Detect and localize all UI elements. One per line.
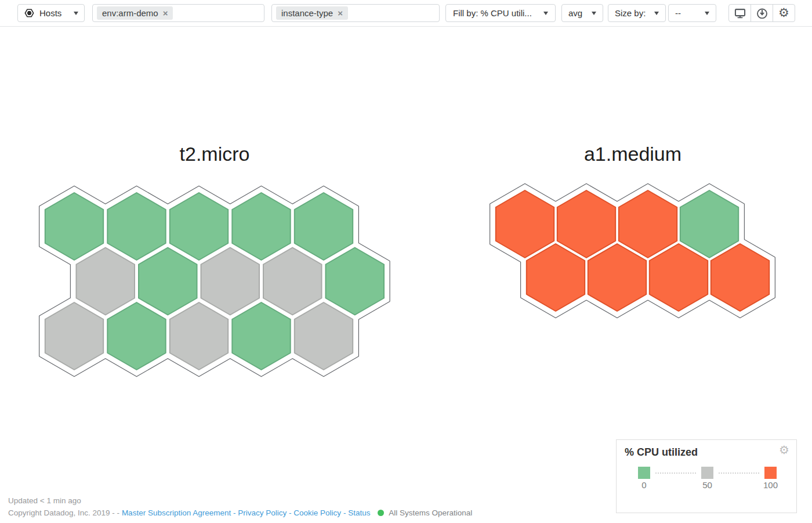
size-by-select[interactable]: Size by: [608, 4, 666, 22]
legend-dotted-connector [719, 472, 759, 474]
gear-icon[interactable]: ⚙ [779, 444, 789, 456]
filter-chip-label: env:arm-demo [102, 8, 158, 18]
size-by-value-select[interactable]: -- [668, 4, 716, 22]
updated-status: Updated < 1 min ago [8, 496, 81, 505]
legend-tick: 0 [626, 480, 662, 490]
hosts-label: Hosts [39, 8, 61, 18]
status-text: All Systems Operational [389, 508, 472, 517]
download-icon [756, 7, 768, 20]
status-ok-icon [378, 510, 384, 516]
chevron-down-icon [592, 12, 596, 15]
top-toolbar: Hosts env:arm-demo × instance-type × Fil… [0, 0, 812, 27]
link-separator: - [233, 508, 236, 517]
download-button[interactable] [751, 5, 773, 21]
legend-tick: 100 [753, 480, 788, 490]
aggregation-select[interactable]: avg [561, 4, 603, 22]
view-actions-group: ⚙ [728, 4, 795, 22]
legend-tick: 50 [690, 480, 725, 490]
filter-input-instance-type[interactable]: instance-type × [271, 4, 440, 22]
filter-chip-instance-type[interactable]: instance-type × [276, 6, 348, 20]
hosts-dropdown[interactable]: Hosts [17, 4, 85, 22]
filter-chip-env[interactable]: env:arm-demo × [97, 6, 173, 20]
link-status[interactable]: Status [348, 508, 370, 517]
legend-dotted-connector [655, 472, 696, 474]
legend-title: % CPU utilized [625, 446, 698, 459]
fullscreen-button[interactable] [729, 5, 751, 21]
hostmap-page: Hosts env:arm-demo × instance-type × Fil… [0, 0, 812, 523]
chevron-down-icon [654, 12, 659, 15]
remove-filter-icon[interactable]: × [338, 9, 343, 17]
fill-by-select[interactable]: Fill by: % CPU utili... [445, 4, 556, 22]
chevron-down-icon [705, 12, 709, 15]
hexagon-icon [24, 8, 35, 19]
legend-swatch-mid [701, 467, 713, 479]
aggregation-label: avg [568, 8, 582, 18]
footer-bar: Copyright Datadog, Inc. 2019 - - Master … [8, 508, 472, 517]
size-by-value: -- [675, 8, 681, 18]
legend-swatch-low [638, 467, 650, 479]
settings-button[interactable]: ⚙ [773, 5, 795, 21]
legend-card: % CPU utilized ⚙ 0 50 100 [616, 439, 797, 513]
link-privacy-policy[interactable]: Privacy Policy [238, 508, 287, 517]
monitor-icon [734, 7, 746, 20]
size-by-label: Size by: [615, 8, 646, 18]
filter-chip-label: instance-type [281, 8, 333, 18]
link-separator: - [343, 508, 346, 517]
copyright-text: Copyright Datadog, Inc. 2019 - - [8, 508, 119, 517]
remove-filter-icon[interactable]: × [163, 9, 168, 17]
link-cookie-policy[interactable]: Cookie Policy [293, 508, 341, 517]
filter-input-env[interactable]: env:arm-demo × [92, 4, 264, 22]
host-cluster-a1.medium [490, 184, 775, 318]
link-master-subscription-agreement[interactable]: Master Subscription Agreement [122, 508, 231, 517]
cluster-title: t2.micro [180, 143, 250, 165]
link-separator: - [289, 508, 292, 517]
host-cluster-t2.micro [39, 186, 389, 376]
legend-swatch-high [764, 467, 777, 479]
chevron-down-icon [74, 12, 78, 15]
gear-icon: ⚙ [778, 7, 789, 19]
cluster-title: a1.medium [584, 143, 682, 165]
chevron-down-icon [543, 12, 548, 15]
fill-by-label: Fill by: % CPU utili... [453, 8, 532, 18]
